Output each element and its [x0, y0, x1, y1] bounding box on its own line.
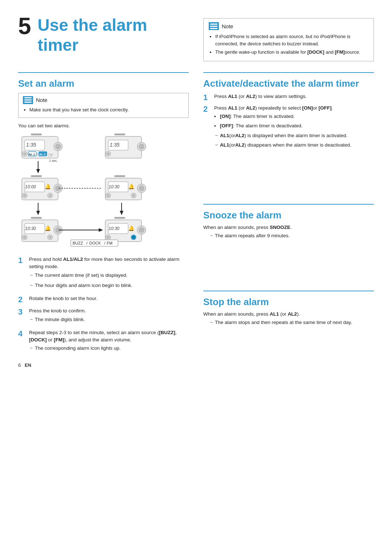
- svg-text:☞: ☞: [48, 152, 54, 159]
- stop-section: Stop the alarm When an alarm sounds, pre…: [203, 281, 374, 368]
- svg-point-73: [139, 227, 144, 233]
- svg-text:10:30: 10:30: [109, 226, 119, 231]
- step-1-bullet-1: The current alarm time (if set) is displ…: [29, 272, 189, 279]
- activate-steps: 1 Press AL1 (or AL2) to view alarm setti…: [203, 93, 374, 151]
- svg-text:10:30: 10:30: [109, 184, 119, 189]
- snooze-title: Snooze the alarm: [203, 210, 374, 221]
- activate-on-bullet: [ON]: The alarm timer is activated.: [214, 113, 374, 120]
- set-alarm-note-header: Note: [23, 96, 184, 104]
- snooze-section: Snooze the alarm When an alarm sounds, p…: [203, 194, 374, 281]
- device-top-right: 1:35: [105, 134, 146, 158]
- activate-step-2-content: Press AL1 (or AL2) repeatedly to select …: [214, 104, 374, 151]
- svg-point-12: [23, 152, 26, 155]
- step-4-bullets: The corresponding alarm icon lights up.: [29, 345, 189, 352]
- svg-text:🔔: 🔔: [45, 225, 51, 231]
- top-note-label: Note: [222, 23, 233, 29]
- svg-point-46: [132, 194, 135, 197]
- stop-bullet: The alarm stops and then repeats at the …: [209, 319, 374, 326]
- svg-marker-16: [36, 169, 40, 173]
- step-3: 3 Press the knob to confirm. The minute …: [18, 307, 189, 326]
- activate-step-2-num: 2: [203, 104, 214, 151]
- top-note-header: Note: [209, 22, 368, 30]
- top-note-section: Note If iPod/iPhone is selected as alarm…: [203, 15, 374, 65]
- svg-text:2 sec.: 2 sec.: [49, 159, 58, 163]
- svg-text:FM: FM: [107, 241, 113, 245]
- chapter-number: 5: [18, 15, 31, 38]
- svg-rect-64: [114, 217, 125, 219]
- step-2-content: Rotate the knob to set the hour.: [29, 295, 189, 304]
- step-2: 2 Rotate the knob to set the hour.: [18, 295, 189, 304]
- svg-point-44: [107, 194, 110, 197]
- svg-point-48: [139, 185, 144, 191]
- stop-title: Stop the alarm: [203, 296, 374, 308]
- alarm-diagram: 1:35 AL 1 / AL 2 ☞ 2 sec.: [18, 133, 189, 250]
- activate-al1-displayed: AL1 (or AL2) is displayed when the alarm…: [214, 132, 374, 139]
- svg-text:1:35: 1:35: [110, 142, 119, 148]
- step-1-bullet-2: The hour digits and alarm icon begin to …: [29, 282, 189, 289]
- svg-marker-75: [120, 211, 123, 215]
- top-note-box: Note If iPod/iPhone is selected as alarm…: [203, 18, 374, 61]
- top-note-item-1: If iPod/iPhone is selected as alarm sour…: [215, 33, 368, 47]
- stop-divider: [203, 291, 374, 291]
- svg-rect-39: [114, 175, 125, 177]
- page-number: 6 EN: [18, 362, 189, 368]
- step-1: 1 Press and hold AL1/AL2 for more than t…: [18, 256, 189, 292]
- device-mid-right: 10:30 🔔: [105, 175, 146, 200]
- set-alarm-note-label: Note: [36, 97, 48, 103]
- activate-step-1: 1 Press AL1 (or AL2) to view alarm setti…: [203, 93, 374, 102]
- svg-rect-18: [114, 134, 125, 135]
- svg-point-24: [139, 144, 144, 149]
- chapter-title-line1: Use the alarm: [38, 15, 147, 34]
- svg-point-56: [23, 236, 26, 239]
- set-alarm-intro: You can set two alarms.: [18, 123, 189, 128]
- svg-text:AL 1: AL 1: [29, 153, 35, 156]
- svg-text:DOCK: DOCK: [89, 241, 101, 245]
- svg-text:🔔: 🔔: [128, 225, 135, 231]
- device-mid-left: 10:00 🔔: [22, 175, 62, 200]
- step-3-bullets: The minute digits blink.: [29, 316, 189, 323]
- device-bot-left: 10:30 🔔: [22, 217, 62, 242]
- svg-point-69: [107, 236, 110, 239]
- svg-text:🔔: 🔔: [45, 184, 51, 190]
- svg-text:10:30: 10:30: [25, 226, 36, 231]
- snooze-bullets: The alarm repeats after 9 minutes.: [209, 232, 374, 239]
- activate-step-2-bullets: [ON]: The alarm timer is activated. [OFF…: [214, 113, 374, 149]
- activate-step-1-num: 1: [203, 93, 214, 102]
- set-alarm-section: Set an alarm Note Make sure that you hav…: [18, 65, 189, 368]
- set-alarm-note-icon: [23, 96, 33, 104]
- step-3-num: 3: [18, 307, 29, 326]
- step-3-bullet-1: The minute digits blink.: [29, 316, 189, 323]
- activate-off-bullet: [OFF]: The alarm timer is deactivated.: [214, 122, 374, 130]
- snooze-text: When an alarm sounds, press SNOOZE.: [203, 225, 374, 230]
- device-bot-right: 10:30 🔔: [105, 217, 146, 242]
- activate-step-1-content: Press AL1 (or AL2) to view alarm setting…: [214, 93, 374, 102]
- step-3-content: Press the knob to confirm. The minute di…: [29, 307, 189, 326]
- svg-text:BUZZ: BUZZ: [73, 241, 83, 245]
- svg-text:10:00: 10:00: [25, 184, 36, 189]
- step-2-num: 2: [18, 295, 29, 304]
- set-alarm-note-box: Note Make sure that you have set the clo…: [18, 93, 189, 118]
- activate-step-2: 2 Press AL1 (or AL2) repeatedly to selec…: [203, 104, 374, 151]
- step-4-num: 4: [18, 329, 29, 355]
- svg-point-33: [49, 194, 52, 197]
- svg-rect-51: [31, 217, 42, 219]
- alarm-diagram-svg: 1:35 AL 1 / AL 2 ☞ 2 sec.: [18, 133, 185, 249]
- svg-marker-62: [99, 228, 103, 232]
- svg-point-71: [132, 236, 135, 239]
- snooze-divider: [203, 204, 374, 205]
- step-1-bullets: The current alarm time (if set) is displ…: [29, 272, 189, 290]
- set-alarm-steps: 1 Press and hold AL1/AL2 for more than t…: [18, 256, 189, 355]
- snooze-bullet: The alarm repeats after 9 minutes.: [209, 232, 374, 239]
- activate-section: Activate/deactivate the alarm timer 1 Pr…: [203, 65, 374, 195]
- stop-text: When an alarm sounds, press AL1 (or AL2)…: [203, 311, 374, 317]
- svg-rect-1: [31, 134, 42, 135]
- svg-rect-26: [31, 175, 42, 177]
- top-note-list: If iPod/iPhone is selected as alarm sour…: [209, 33, 368, 56]
- svg-point-58: [49, 236, 52, 239]
- set-alarm-divider: [18, 72, 189, 73]
- stop-bullets: The alarm stops and then repeats at the …: [209, 319, 374, 326]
- activate-al1-disappears: AL1 (or AL2) disappears when the alarm t…: [214, 141, 374, 149]
- step-4-bullet-1: The corresponding alarm icon lights up.: [29, 345, 189, 352]
- activate-divider: [203, 72, 374, 73]
- device-top-left: 1:35 AL 1 / AL 2 ☞ 2 sec.: [22, 134, 62, 163]
